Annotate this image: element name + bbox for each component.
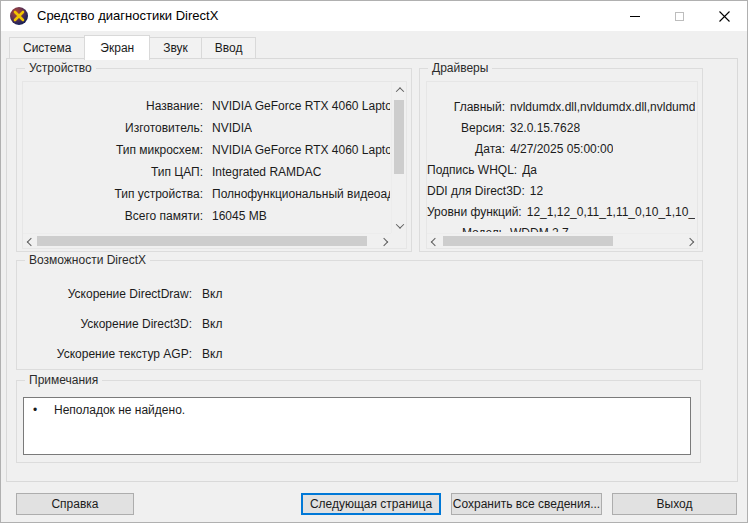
- horizontal-scroll-thumb[interactable]: [37, 236, 367, 246]
- device-row-value: 16045 MB: [212, 209, 267, 223]
- driver-row-label: Версия:: [427, 121, 505, 135]
- device-horizontal-scrollbar[interactable]: [23, 233, 391, 248]
- device-row-label: Всего памяти:: [23, 209, 203, 223]
- tab-display-label: Экран: [100, 41, 134, 55]
- save-all-information-button[interactable]: Сохранить все сведения...: [451, 493, 602, 515]
- scroll-left-icon[interactable]: [23, 234, 38, 249]
- directx-app-icon: [10, 7, 28, 25]
- device-row-value: NVIDIA: [212, 121, 252, 135]
- maximize-button: [657, 1, 702, 31]
- driver-row-label: Уровни функций:: [427, 205, 522, 219]
- features-group-title: Возможности DirectX: [25, 253, 150, 267]
- next-page-button[interactable]: Следующая страница: [301, 493, 441, 515]
- feature-row-label: Ускорение текстур AGP:: [17, 347, 192, 361]
- directx-features-group: Возможности DirectX Ускорение DirectDraw…: [16, 260, 703, 370]
- dxdiag-window: Средство диагностики DirectX Система Экр…: [0, 0, 748, 523]
- device-row-devicetype: Тип устройства:Полнофункциональный видео…: [23, 183, 390, 205]
- minimize-button[interactable]: [612, 1, 657, 31]
- tab-system[interactable]: Система: [9, 37, 85, 59]
- driver-row-date: Дата:4/27/2025 05:00:00: [427, 138, 695, 159]
- device-row-value: Полнофункциональный видеоадаптер: [212, 187, 390, 201]
- device-row-label: Память дисплея (видеопамять):: [23, 231, 203, 232]
- feature-row-agp: Ускорение текстур AGP:Вкл: [17, 339, 696, 369]
- driver-row-ddi: DDI для Direct3D:12: [427, 180, 695, 201]
- device-vertical-scrollbar[interactable]: [391, 82, 406, 233]
- driver-row-main: Главный:nvldumdx.dll,nvldumdx.dll,nvldum…: [427, 96, 695, 117]
- driver-row-version: Версия:32.0.15.7628: [427, 117, 695, 138]
- driver-row-label: Подпись WHQL:: [427, 163, 517, 177]
- scroll-up-icon[interactable]: [392, 82, 407, 97]
- device-row-chiptype: Тип микросхем:NVIDIA GeForce RTX 4060 La…: [23, 139, 390, 161]
- device-row-displaymemory: Память дисплея (видеопамять):7957 MB: [23, 227, 390, 232]
- save-all-information-button-label: Сохранить все сведения...: [453, 497, 600, 511]
- drivers-group: Драйверы Главный:nvldumdx.dll,nvldumdx.d…: [419, 68, 703, 252]
- titlebar[interactable]: Средство диагностики DirectX: [1, 1, 747, 31]
- drivers-rows: Главный:nvldumdx.dll,nvldumdx.dll,nvldum…: [427, 96, 695, 232]
- device-row-label: Название:: [23, 99, 203, 113]
- maximize-icon: [675, 12, 684, 21]
- notes-group-title: Примечания: [25, 373, 102, 387]
- device-row-label: Тип ЦАП:: [23, 165, 203, 179]
- drivers-scroll-pane[interactable]: Главный:nvldumdx.dll,nvldumdx.dll,nvldum…: [426, 81, 698, 249]
- device-row-value: Integrated RAMDAC: [212, 165, 321, 179]
- drivers-horizontal-scrollbar[interactable]: [427, 233, 697, 248]
- scroll-right-icon[interactable]: [376, 234, 391, 249]
- feature-row-label: Ускорение Direct3D:: [17, 317, 192, 331]
- exit-button[interactable]: Выход: [612, 493, 737, 515]
- feature-row-value: Вкл: [202, 317, 222, 331]
- driver-row-value: 12_1,12_0,11_1,11_0,10_1,10_0,9_3,9_2,9_…: [527, 205, 695, 219]
- notes-group: Примечания • Неполадок не найдено.: [16, 380, 701, 463]
- exit-button-label: Выход: [657, 497, 693, 511]
- driver-row-value: 32.0.15.7628: [510, 121, 580, 135]
- tab-input[interactable]: Ввод: [202, 37, 257, 59]
- next-page-button-label: Следующая страница: [310, 497, 432, 511]
- tab-system-label: Система: [23, 41, 71, 55]
- device-group: Устройство Название:NVIDIA GeForce RTX 4…: [16, 68, 412, 252]
- vertical-scroll-thumb[interactable]: [394, 100, 404, 174]
- driver-row-whql: Подпись WHQL:Да: [427, 159, 695, 180]
- device-group-title: Устройство: [25, 61, 96, 75]
- device-row-label: Изготовитель:: [23, 121, 203, 135]
- driver-row-value: 12: [530, 184, 543, 198]
- close-icon: [719, 11, 730, 22]
- notes-textarea[interactable]: • Неполадок не найдено.: [23, 397, 691, 455]
- device-row-label: Тип микросхем:: [23, 143, 203, 157]
- device-row-value: NVIDIA GeForce RTX 4060 Laptop GPU: [212, 99, 390, 113]
- tab-input-label: Ввод: [215, 41, 243, 55]
- note-item: • Неполадок не найдено.: [24, 398, 690, 417]
- driver-row-wddm: МодельWDDM 2.7: [427, 222, 695, 232]
- scroll-down-icon[interactable]: [392, 218, 407, 233]
- scroll-left-icon[interactable]: [427, 234, 442, 249]
- display-tab-page: Устройство Название:NVIDIA GeForce RTX 4…: [6, 58, 738, 482]
- driver-row-value: nvldumdx.dll,nvldumdx.dll,nvldumdx.dll,n…: [510, 100, 695, 114]
- device-row-manufacturer: Изготовитель:NVIDIA: [23, 117, 390, 139]
- help-button-label: Справка: [51, 497, 98, 511]
- device-scroll-pane[interactable]: Название:NVIDIA GeForce RTX 4060 Laptop …: [22, 81, 407, 249]
- minimize-icon: [630, 16, 640, 17]
- device-rows: Название:NVIDIA GeForce RTX 4060 Laptop …: [23, 95, 390, 232]
- device-row-value: 7957 MB: [212, 231, 260, 232]
- device-row-label: Тип устройства:: [23, 187, 203, 201]
- help-button[interactable]: Справка: [16, 493, 134, 515]
- horizontal-scroll-thumb[interactable]: [443, 236, 613, 246]
- features-rows: Ускорение DirectDraw:Вкл Ускорение Direc…: [17, 279, 696, 369]
- device-row-dactype: Тип ЦАП:Integrated RAMDAC: [23, 161, 390, 183]
- device-row-totalmemory: Всего памяти:16045 MB: [23, 205, 390, 227]
- feature-row-direct3d: Ускорение Direct3D:Вкл: [17, 309, 696, 339]
- feature-row-label: Ускорение DirectDraw:: [17, 287, 192, 301]
- driver-row-value: 4/27/2025 05:00:00: [510, 142, 613, 156]
- window-title: Средство диагностики DirectX: [37, 8, 218, 23]
- feature-row-value: Вкл: [202, 287, 222, 301]
- driver-row-value: WDDM 2.7: [510, 226, 569, 233]
- scroll-right-icon[interactable]: [682, 234, 697, 249]
- tab-sound-label: Звук: [163, 41, 188, 55]
- tab-display[interactable]: Экран: [84, 35, 150, 60]
- close-button[interactable]: [702, 1, 747, 31]
- tab-sound[interactable]: Звук: [150, 37, 202, 59]
- feature-row-value: Вкл: [202, 347, 222, 361]
- tab-strip: Система Экран Звук Ввод: [9, 34, 256, 59]
- driver-row-label: DDI для Direct3D:: [427, 184, 525, 198]
- driver-row-value: Да: [522, 163, 537, 177]
- driver-row-label: Главный:: [427, 100, 505, 114]
- bullet-icon: •: [24, 403, 54, 417]
